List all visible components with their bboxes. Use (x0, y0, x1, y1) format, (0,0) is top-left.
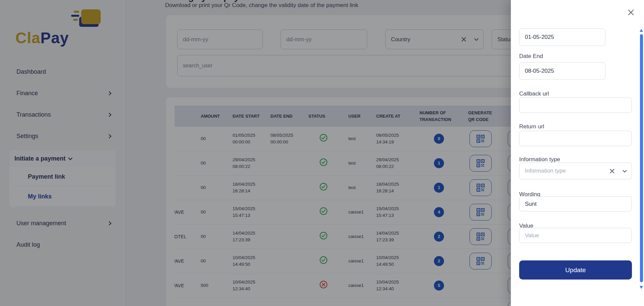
chevron-down-icon[interactable] (623, 168, 627, 173)
panel-scrollbar[interactable] (640, 29, 643, 289)
app-root: ClaPay Dashboard Finance Transactions Se… (0, 0, 644, 306)
update-button[interactable]: Update (519, 260, 632, 280)
wording-input[interactable] (519, 196, 632, 211)
callback-url-label: Callback url (519, 90, 549, 97)
return-url-input[interactable] (519, 131, 632, 146)
callback-url-input[interactable] (519, 98, 632, 113)
close-icon[interactable] (628, 9, 634, 15)
scroll-down-arrow-icon[interactable] (640, 286, 643, 289)
modal-dim-overlay[interactable] (0, 0, 511, 306)
date-end-label: Date End (519, 53, 543, 60)
information-type-label: Information type (519, 156, 560, 163)
clear-icon[interactable] (609, 169, 614, 174)
panel-date-end-input[interactable] (519, 62, 605, 80)
scrollbar-thumb[interactable] (640, 34, 643, 282)
edit-payment-link-panel: Date End Callback url Return url Informa… (511, 0, 644, 306)
information-type-select[interactable]: Information type (519, 163, 632, 179)
scroll-up-arrow-icon[interactable] (640, 29, 643, 32)
value-input[interactable] (519, 228, 632, 243)
return-url-label: Return url (519, 123, 544, 130)
panel-date-start-input[interactable] (519, 28, 605, 46)
